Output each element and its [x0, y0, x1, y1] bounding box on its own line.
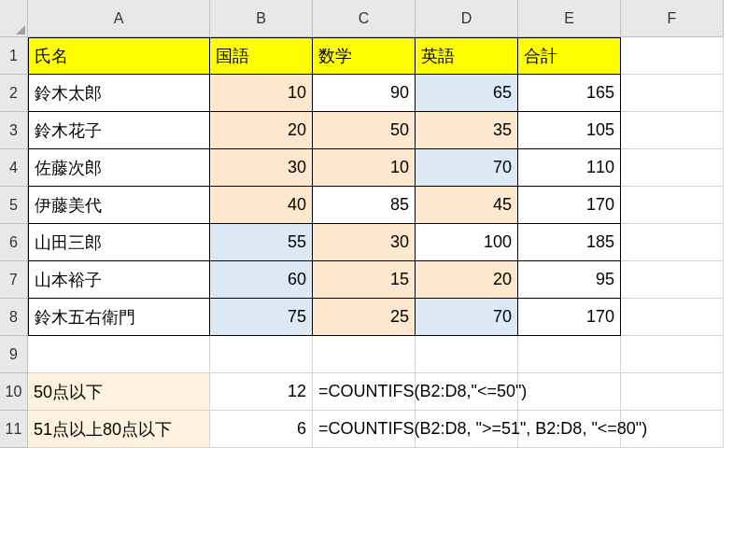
cell-A7[interactable]: 山本裕子 [28, 261, 210, 299]
cell-F6[interactable] [621, 224, 724, 261]
cell-B10[interactable]: 12 [210, 373, 313, 411]
cell-C8[interactable]: 25 [313, 299, 416, 336]
cell-A6[interactable]: 山田三郎 [28, 224, 210, 261]
cell-C1[interactable]: 数学 [313, 37, 416, 75]
cell-E4[interactable]: 110 [518, 149, 621, 187]
cell-C9[interactable] [313, 336, 416, 373]
cell-A4[interactable]: 佐藤次郎 [28, 149, 210, 187]
cell-B3[interactable]: 20 [210, 112, 313, 149]
cell-F2[interactable] [621, 75, 724, 112]
select-all-corner[interactable] [0, 0, 28, 37]
row-header-11[interactable]: 11 [0, 411, 28, 448]
cell-E10[interactable] [518, 373, 621, 411]
cell-C2[interactable]: 90 [313, 75, 416, 112]
cell-F7[interactable] [621, 261, 724, 299]
col-header-D[interactable]: D [416, 0, 518, 37]
row-header-10[interactable]: 10 [0, 373, 28, 411]
cell-B11[interactable]: 6 [210, 411, 313, 448]
cell-A11[interactable]: 51点以上80点以下 [28, 411, 210, 448]
col-header-C[interactable]: C [313, 0, 416, 37]
col-header-A[interactable]: A [28, 0, 210, 37]
cell-D8[interactable]: 70 [416, 299, 518, 336]
cell-A5[interactable]: 伊藤美代 [28, 187, 210, 224]
cell-F4[interactable] [621, 149, 724, 187]
cell-F1[interactable] [621, 37, 724, 75]
cell-E6[interactable]: 185 [518, 224, 621, 261]
cell-A1[interactable]: 氏名 [28, 37, 210, 75]
cell-A9[interactable] [28, 336, 210, 373]
row-header-6[interactable]: 6 [0, 224, 28, 261]
cell-F5[interactable] [621, 187, 724, 224]
cell-E3[interactable]: 105 [518, 112, 621, 149]
cell-A8[interactable]: 鈴木五右衛門 [28, 299, 210, 336]
row-header-7[interactable]: 7 [0, 261, 28, 299]
cell-C11[interactable]: =COUNTIFS(B2:D8, ">=51", B2:D8, "<=80") [313, 411, 416, 448]
cell-D6[interactable]: 100 [416, 224, 518, 261]
cell-F10[interactable] [621, 373, 724, 411]
cell-B7[interactable]: 60 [210, 261, 313, 299]
spreadsheet-grid[interactable]: A B C D E F 1 氏名 国語 数学 英語 合計 2 鈴木太郎 10 9… [0, 0, 747, 448]
row-header-5[interactable]: 5 [0, 187, 28, 224]
cell-A10[interactable]: 50点以下 [28, 373, 210, 411]
cell-F9[interactable] [621, 336, 724, 373]
cell-E1[interactable]: 合計 [518, 37, 621, 75]
cell-B4[interactable]: 30 [210, 149, 313, 187]
cell-F3[interactable] [621, 112, 724, 149]
cell-B9[interactable] [210, 336, 313, 373]
cell-C5[interactable]: 85 [313, 187, 416, 224]
cell-D9[interactable] [416, 336, 518, 373]
col-header-B[interactable]: B [210, 0, 313, 37]
col-header-F[interactable]: F [621, 0, 724, 37]
cell-B6[interactable]: 55 [210, 224, 313, 261]
cell-B1[interactable]: 国語 [210, 37, 313, 75]
cell-E9[interactable] [518, 336, 621, 373]
cell-F8[interactable] [621, 299, 724, 336]
row-header-8[interactable]: 8 [0, 299, 28, 336]
cell-A3[interactable]: 鈴木花子 [28, 112, 210, 149]
row-header-1[interactable]: 1 [0, 37, 28, 75]
cell-B2[interactable]: 10 [210, 75, 313, 112]
cell-B5[interactable]: 40 [210, 187, 313, 224]
cell-E7[interactable]: 95 [518, 261, 621, 299]
cell-E5[interactable]: 170 [518, 187, 621, 224]
row-header-2[interactable]: 2 [0, 75, 28, 112]
cell-C10[interactable]: =COUNTIFS(B2:D8,"<=50") [313, 373, 416, 411]
cell-C6[interactable]: 30 [313, 224, 416, 261]
cell-C3[interactable]: 50 [313, 112, 416, 149]
row-header-4[interactable]: 4 [0, 149, 28, 187]
cell-E8[interactable]: 170 [518, 299, 621, 336]
cell-D1[interactable]: 英語 [416, 37, 518, 75]
cell-E2[interactable]: 165 [518, 75, 621, 112]
cell-D2[interactable]: 65 [416, 75, 518, 112]
cell-B8[interactable]: 75 [210, 299, 313, 336]
cell-D3[interactable]: 35 [416, 112, 518, 149]
cell-D7[interactable]: 20 [416, 261, 518, 299]
cell-D4[interactable]: 70 [416, 149, 518, 187]
cell-D5[interactable]: 45 [416, 187, 518, 224]
cell-C4[interactable]: 10 [313, 149, 416, 187]
row-header-9[interactable]: 9 [0, 336, 28, 373]
cell-A2[interactable]: 鈴木太郎 [28, 75, 210, 112]
row-header-3[interactable]: 3 [0, 112, 28, 149]
col-header-E[interactable]: E [518, 0, 621, 37]
cell-C7[interactable]: 15 [313, 261, 416, 299]
